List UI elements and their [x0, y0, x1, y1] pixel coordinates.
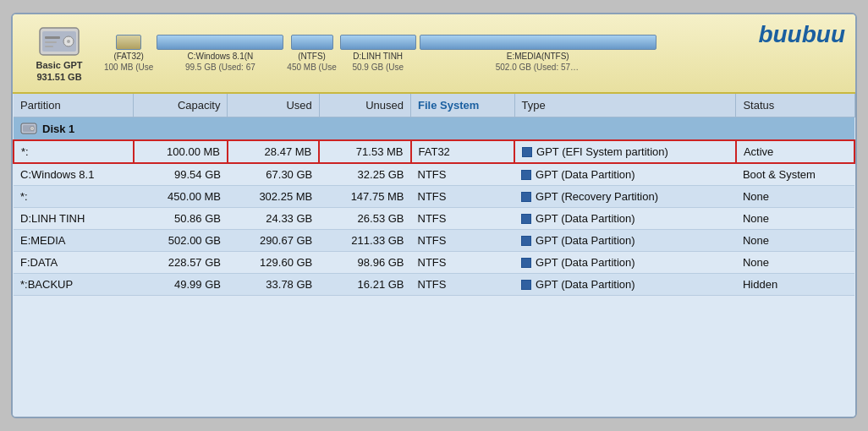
fs-cell: NTFS [411, 163, 515, 186]
table-row[interactable]: *:BACKUP49.99 GB33.78 GB16.21 GBNTFSGPT … [14, 274, 854, 296]
type-icon [521, 192, 531, 202]
col-status: Status [736, 94, 854, 117]
capacity-cell: 502.00 GB [134, 230, 228, 252]
table-row[interactable]: D:LINH TINH50.86 GB24.33 GB26.53 GBNTFSG… [14, 208, 854, 230]
unused-cell: 32.25 GB [319, 163, 410, 186]
partition-bar-ntfs[interactable]: (NTFS) 450 MB (Use [287, 35, 336, 72]
unused-cell: 71.53 MB [319, 140, 410, 163]
col-used: Used [228, 94, 319, 117]
branding-label: buubuu [758, 21, 845, 48]
type-icon [521, 258, 531, 268]
used-cell: 129.60 GB [228, 252, 319, 274]
col-filesystem: File System [411, 94, 515, 117]
type-cell: GPT (EFI System partition) [514, 140, 736, 163]
used-cell: 67.30 GB [228, 163, 319, 186]
partition-bar-fat32[interactable]: (FAT32) 100 MB (Use [104, 35, 153, 72]
table-row[interactable]: *:450.00 MB302.25 MB147.75 MBNTFSGPT (Re… [14, 186, 854, 208]
type-label: GPT (Data Partition) [536, 212, 635, 225]
type-cell: GPT (Data Partition) [514, 163, 736, 186]
partition-cell: F:DATA [14, 252, 134, 274]
fs-cell: NTFS [411, 274, 515, 296]
type-cell: GPT (Recovery Partition) [514, 186, 736, 208]
col-unused: Unused [319, 94, 410, 117]
col-type: Type [514, 94, 736, 117]
type-icon [521, 236, 531, 246]
hard-disk-icon [38, 25, 80, 58]
used-cell: 302.25 MB [228, 186, 319, 208]
partition-bar-win81[interactable]: C:Windows 8.1(N 99.5 GB (Used: 67 [157, 35, 283, 72]
col-capacity: Capacity [134, 94, 228, 117]
status-cell: None [736, 186, 854, 208]
svg-rect-6 [45, 46, 53, 47]
capacity-cell: 228.57 GB [134, 252, 228, 274]
table-row[interactable]: *:100.00 MB28.47 MB71.53 MBFAT32GPT (EFI… [14, 140, 854, 163]
type-icon [521, 280, 531, 290]
type-label: GPT (Recovery Partition) [536, 190, 658, 203]
status-cell: None [736, 252, 854, 274]
type-icon [521, 214, 531, 224]
fs-cell: NTFS [411, 186, 515, 208]
disk-label-line2: 931.51 GB [36, 72, 81, 82]
type-cell: GPT (Data Partition) [514, 208, 736, 230]
type-label: GPT (Data Partition) [536, 278, 635, 291]
partition-bar-emedia[interactable]: E:MEDIA(NTFS) 502.0 GB (Used: 57%) [420, 35, 656, 72]
fs-cell: NTFS [411, 230, 515, 252]
used-cell: 24.33 GB [228, 208, 319, 230]
capacity-cell: 49.99 GB [134, 274, 228, 296]
partition-cell: *:BACKUP [14, 274, 134, 296]
main-window: Basic GPT 931.51 GB (FAT32) 100 MB (Use … [11, 13, 857, 418]
type-cell: GPT (Data Partition) [514, 252, 736, 274]
disk-header: Basic GPT 931.51 GB (FAT32) 100 MB (Use … [13, 14, 855, 94]
svg-point-10 [31, 128, 33, 129]
used-cell: 28.47 MB [228, 140, 319, 163]
status-cell: None [736, 208, 854, 230]
unused-cell: 211.33 GB [319, 230, 410, 252]
unused-cell: 98.96 GB [319, 252, 410, 274]
unused-cell: 147.75 MB [319, 186, 410, 208]
type-label: GPT (Data Partition) [536, 234, 635, 247]
status-cell: Hidden [736, 274, 854, 296]
status-cell: Boot & System [736, 163, 854, 186]
svg-point-3 [67, 40, 70, 43]
disk-small-icon [20, 122, 37, 135]
status-cell: None [736, 230, 854, 252]
partitions-bar-area: (FAT32) 100 MB (Use C:Windows 8.1(N 99.5… [104, 35, 847, 72]
partition-table: Partition Capacity Used Unused File Syst… [13, 94, 855, 296]
table-row[interactable]: E:MEDIA502.00 GB290.67 GB211.33 GBNTFSGP… [14, 230, 854, 252]
fs-cell: FAT32 [411, 140, 515, 163]
partition-cell: E:MEDIA [14, 230, 134, 252]
fs-cell: NTFS [411, 208, 515, 230]
disk-label-line1: Basic GPT [36, 60, 82, 70]
svg-rect-4 [45, 36, 60, 39]
svg-rect-5 [45, 41, 57, 43]
partition-cell: C:Windows 8.1 [14, 163, 134, 186]
type-cell: GPT (Data Partition) [514, 274, 736, 296]
capacity-cell: 100.00 MB [134, 140, 228, 163]
type-icon [522, 147, 532, 157]
type-label: GPT (Data Partition) [536, 168, 635, 181]
bar-container: (FAT32) 100 MB (Use C:Windows 8.1(N 99.5… [104, 35, 847, 72]
table-header-row: Partition Capacity Used Unused File Syst… [14, 94, 854, 117]
partition-cell: *: [14, 186, 134, 208]
disk-icon-box: Basic GPT 931.51 GB [21, 21, 97, 85]
capacity-cell: 50.86 GB [134, 208, 228, 230]
disk-group-row: Disk 1 [14, 117, 854, 141]
status-cell: Active [736, 140, 854, 163]
partition-cell: *: [14, 140, 134, 163]
fs-cell: NTFS [411, 252, 515, 274]
partition-bar-linhtinh[interactable]: D:LINH TINH 50.9 GB (Use [340, 35, 416, 72]
table-row[interactable]: F:DATA228.57 GB129.60 GB98.96 GBNTFSGPT … [14, 252, 854, 274]
type-label: GPT (EFI System partition) [536, 145, 668, 158]
capacity-cell: 450.00 MB [134, 186, 228, 208]
col-partition: Partition [14, 94, 134, 117]
table-row[interactable]: C:Windows 8.199.54 GB67.30 GB32.25 GBNTF… [14, 163, 854, 186]
disk-group-label: Disk 1 [42, 123, 74, 135]
type-cell: GPT (Data Partition) [514, 230, 736, 252]
capacity-cell: 99.54 GB [134, 163, 228, 186]
type-label: GPT (Data Partition) [536, 256, 635, 269]
used-cell: 33.78 GB [228, 274, 319, 296]
type-icon [521, 170, 531, 180]
unused-cell: 16.21 GB [319, 274, 410, 296]
unused-cell: 26.53 GB [319, 208, 410, 230]
table-area[interactable]: Partition Capacity Used Unused File Syst… [13, 94, 855, 417]
